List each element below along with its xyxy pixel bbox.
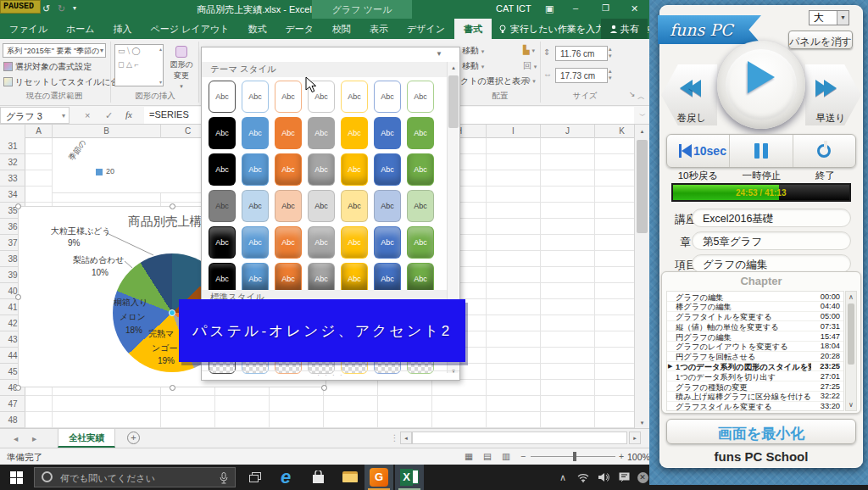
chapter-scroll-down-icon[interactable]: ∨ bbox=[846, 401, 856, 409]
tab-splitter[interactable]: ⋮ bbox=[390, 432, 399, 443]
chapter-item-7[interactable]: 1つのデータ系列の図形のスタイルを変更...23:25 bbox=[667, 362, 843, 372]
shape-gallery-down-icon[interactable]: ▾ bbox=[159, 79, 162, 85]
send-backward-button[interactable]: 移動 ▾ bbox=[462, 60, 484, 72]
chapter-item-1[interactable]: 棒グラフの編集04:40 bbox=[667, 302, 843, 312]
tray-expand-icon[interactable]: ∧ bbox=[553, 465, 573, 490]
enter-icon[interactable]: ✓ bbox=[105, 110, 113, 121]
theme-style-swatch-r4-c3[interactable]: Abc bbox=[275, 190, 302, 222]
gallery-scroll-up-icon[interactable]: ▴ bbox=[448, 62, 459, 74]
theme-style-swatch-r3-c5[interactable]: Abc bbox=[341, 153, 368, 186]
chart-element-dropdown[interactable]: 系列 "2015年" 要素 "季節の▾ bbox=[3, 43, 106, 58]
size-select-arrow-icon[interactable]: ▼ bbox=[837, 11, 849, 25]
theme-style-swatch-r2-c6[interactable]: Abc bbox=[374, 117, 401, 149]
row-header-47[interactable]: 47 bbox=[0, 396, 25, 412]
theme-style-swatch-r5-c2[interactable]: Abc bbox=[242, 226, 269, 259]
chapter-item-6[interactable]: 円グラフを回転させる20:28 bbox=[667, 352, 843, 362]
theme-style-swatch-r1-c5[interactable]: Abc bbox=[341, 81, 368, 113]
theme-style-swatch-r4-c5[interactable]: Abc bbox=[341, 190, 368, 222]
chapter-item-0[interactable]: グラフの編集00:00 bbox=[667, 292, 843, 302]
theme-style-swatch-r2-c7[interactable]: Abc bbox=[407, 117, 434, 149]
gallery-scroll-thumb[interactable] bbox=[448, 75, 459, 128]
page-layout-view-icon[interactable]: ▤ bbox=[483, 451, 492, 461]
theme-style-swatch-r3-c7[interactable]: Abc bbox=[407, 153, 434, 186]
hscroll-left-icon[interactable]: ◂ bbox=[400, 432, 412, 444]
chapter-list[interactable]: グラフの編集00:00棒グラフの編集04:40グラフタイトルを変更する05:00… bbox=[666, 291, 844, 411]
align-icon[interactable]: ▙ ▾ bbox=[523, 45, 535, 54]
sheet-tab[interactable]: 全社実績 bbox=[58, 429, 115, 448]
power-button[interactable] bbox=[793, 135, 855, 167]
gallery-more-icon[interactable]: ▼ bbox=[436, 50, 442, 58]
theme-style-swatch-r2-c3[interactable]: Abc bbox=[275, 117, 302, 149]
chapter-item-3[interactable]: 縦（値）軸の単位を変更する07:31 bbox=[667, 321, 843, 331]
video-app-button[interactable]: G bbox=[364, 465, 393, 490]
hide-panel-button[interactable]: パネルを消す bbox=[788, 31, 853, 49]
column-header-B[interactable]: B bbox=[53, 125, 161, 138]
ribbon-tab-1[interactable]: ホーム bbox=[57, 19, 104, 39]
sheet-nav-right-icon[interactable]: ▸ bbox=[32, 433, 36, 443]
theme-style-swatch-r5-c7[interactable]: Abc bbox=[407, 226, 434, 259]
chart-handle-bottom-left[interactable] bbox=[15, 385, 21, 391]
task-view-button[interactable] bbox=[241, 465, 270, 490]
width-spinner[interactable]: ▴▾ bbox=[609, 68, 612, 81]
qat-customize-icon[interactable]: ▾ bbox=[73, 4, 76, 12]
minimize-screen-button[interactable]: 画面を最小化 bbox=[666, 419, 856, 444]
theme-style-swatch-r2-c5[interactable]: Abc bbox=[341, 117, 368, 149]
close-window-icon[interactable]: ✕ bbox=[631, 3, 638, 14]
height-spinner[interactable]: ▴▾ bbox=[609, 46, 612, 59]
theme-style-swatch-r1-c3[interactable]: Abc bbox=[275, 81, 302, 113]
undo-icon[interactable]: ↺ bbox=[42, 3, 50, 14]
progress-bar[interactable]: 24:53 / 41:13 bbox=[671, 183, 851, 202]
chapter-scroll-up-icon[interactable]: ∧ bbox=[846, 292, 856, 301]
theme-style-swatch-r3-c3[interactable]: Abc bbox=[275, 153, 302, 186]
chapter-item-9[interactable]: グラフの種類の変更27:25 bbox=[667, 381, 843, 392]
shape-width-field[interactable]: 17.73 cm bbox=[555, 68, 608, 83]
new-sheet-icon[interactable]: + bbox=[127, 432, 140, 444]
rotate-icon[interactable]: ⟲ ▾ bbox=[523, 75, 536, 85]
hscroll-right-icon[interactable]: ▸ bbox=[629, 432, 641, 444]
scroll-down-icon[interactable]: ▾ bbox=[635, 420, 649, 426]
size-select[interactable]: 大 ▼ bbox=[809, 10, 849, 25]
excel-app-button[interactable]: X bbox=[395, 465, 424, 490]
chapter-item-11[interactable]: グラフスタイルを変更する33:20 bbox=[667, 402, 843, 411]
zoom-slider-thumb[interactable] bbox=[573, 452, 576, 461]
change-shape-button[interactable]: 図形の変更▾ bbox=[167, 44, 196, 88]
bring-forward-button[interactable]: 移動 ▾ bbox=[462, 45, 484, 57]
column-header-J[interactable]: J bbox=[541, 125, 595, 138]
theme-style-swatch-r4-c1[interactable]: Abc bbox=[209, 190, 236, 222]
theme-style-swatch-r3-c6[interactable]: Abc bbox=[374, 153, 401, 186]
cortana-search-box[interactable]: 何でも聞いてください bbox=[34, 467, 236, 487]
theme-style-swatch-r4-c6[interactable]: Abc bbox=[374, 190, 401, 222]
zoom-in-icon[interactable]: + bbox=[619, 451, 624, 461]
zoom-out-icon[interactable]: − bbox=[520, 451, 526, 461]
chart-handle-top-center[interactable] bbox=[170, 203, 175, 209]
chapter-scrollbar[interactable]: ∧ ∨ bbox=[845, 291, 857, 411]
theme-style-swatch-r5-c3[interactable]: Abc bbox=[275, 226, 302, 259]
ribbon-tab-6[interactable]: 校閲 bbox=[323, 19, 360, 39]
wifi-icon[interactable] bbox=[573, 465, 593, 490]
chapter-item-8[interactable]: 1つのデータ系列を切り出す27:01 bbox=[667, 371, 843, 381]
edge-browser-button[interactable]: e bbox=[271, 465, 300, 490]
cancel-icon[interactable]: × bbox=[85, 110, 90, 120]
back-10sec-button[interactable]: 10sec bbox=[667, 135, 730, 167]
chapter-item-5[interactable]: グラフのレイアウトを変更する18:04 bbox=[667, 342, 843, 352]
theme-style-swatch-r4-c7[interactable]: Abc bbox=[407, 190, 434, 222]
theme-style-swatch-r1-c2[interactable]: Abc bbox=[242, 81, 269, 113]
insert-function-icon[interactable]: fx bbox=[125, 109, 132, 120]
ribbon-tab-7[interactable]: 表示 bbox=[360, 19, 398, 39]
format-selection-button[interactable]: 選択対象の書式設定 bbox=[3, 61, 92, 73]
play-button[interactable] bbox=[717, 41, 805, 129]
ribbon-tab-3[interactable]: ページ レイアウト bbox=[142, 19, 239, 39]
theme-style-swatch-r4-c4[interactable]: Abc bbox=[308, 190, 335, 222]
share-button[interactable]: 共有 bbox=[601, 19, 648, 39]
row-header-31[interactable]: 31 bbox=[0, 138, 25, 154]
restore-window-icon[interactable]: ❐ bbox=[602, 3, 609, 13]
theme-style-swatch-r3-c4[interactable]: Abc bbox=[308, 153, 335, 186]
selection-pane-button[interactable]: クトの選択と表示 bbox=[460, 75, 529, 87]
ribbon-tab-4[interactable]: 数式 bbox=[238, 19, 275, 39]
size-dialog-launcher-icon[interactable]: ↘ bbox=[629, 90, 636, 98]
speaker-icon[interactable] bbox=[593, 465, 614, 490]
row-header-34[interactable]: 34 bbox=[0, 187, 25, 203]
shape-height-field[interactable]: 11.76 cm bbox=[555, 46, 608, 61]
ribbon-tab-8[interactable]: デザイン bbox=[398, 19, 454, 39]
normal-view-icon[interactable]: ▦ bbox=[465, 451, 473, 461]
